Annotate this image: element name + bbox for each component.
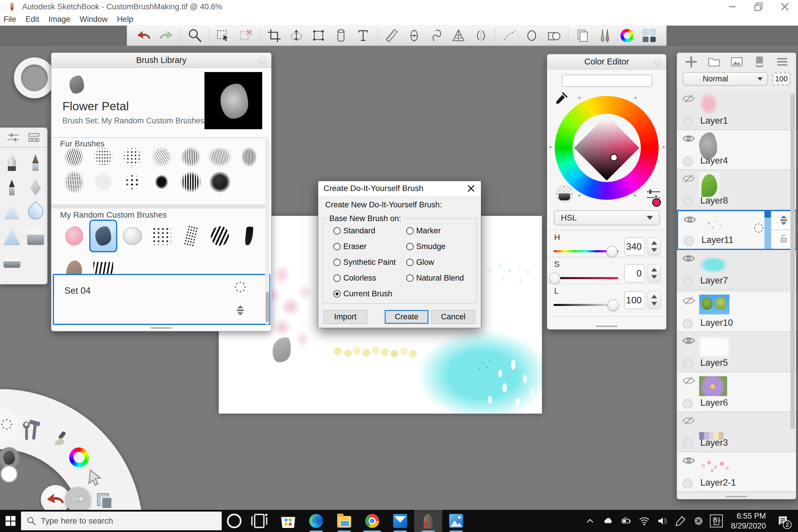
ellipse-icon[interactable] [524, 27, 540, 44]
fur-brush-thumb-tuft[interactable] [241, 147, 257, 167]
tools-icon[interactable] [21, 419, 45, 443]
zoom-icon[interactable] [187, 27, 203, 44]
layer-color-tag[interactable] [683, 359, 693, 369]
brush-set-04[interactable]: Set 04 [53, 274, 270, 325]
color-mode-select[interactable]: HSL [554, 210, 660, 226]
layer-color-tag[interactable] [683, 196, 693, 207]
marker-tool[interactable] [3, 178, 20, 195]
dialog-title-bar[interactable]: Create Do-It-Yourself Brush [318, 181, 481, 196]
crop-icon[interactable] [266, 27, 282, 44]
layer-row-layer8[interactable]: Layer8 [677, 170, 796, 210]
transparent-color-button[interactable] [556, 186, 573, 203]
hue-marker[interactable] [652, 198, 661, 207]
custom-brush-speck[interactable] [177, 220, 205, 252]
taskbar-app-edge[interactable] [302, 510, 330, 532]
layer-color-tag[interactable] [683, 277, 693, 286]
custom-brush-bluepetal-selected[interactable] [89, 220, 117, 252]
redo-button-lagoon[interactable] [65, 487, 91, 512]
reorder-icon[interactable] [777, 214, 790, 228]
layer-color-tag[interactable] [683, 117, 693, 127]
panel-collapse-button[interactable] [654, 58, 662, 65]
taskbar-clock[interactable]: 6:55 PM 8/29/2020 [726, 511, 771, 531]
layer-color-tag[interactable] [683, 439, 693, 449]
layer-color-tag[interactable] [683, 157, 693, 167]
color-wheel-icon[interactable] [619, 27, 635, 44]
taskbar-app-explorer[interactable] [330, 510, 358, 532]
menu-help[interactable]: Help [112, 15, 138, 24]
layer-color-tag[interactable] [683, 479, 693, 489]
paintbrush-tool[interactable] [27, 154, 44, 171]
custom-brush-curl[interactable] [235, 220, 263, 252]
layer-menu-icon[interactable] [776, 55, 789, 69]
saturation-slider[interactable] [554, 277, 618, 279]
layers-scrollbar[interactable] [791, 94, 795, 429]
custom-brush-orb[interactable] [118, 220, 147, 252]
taskbar-app-store[interactable] [274, 510, 302, 532]
layer-card-icon[interactable] [753, 55, 766, 69]
fur-brush-thumb-wisp[interactable] [151, 147, 172, 167]
ruler-icon[interactable] [383, 27, 400, 44]
fur-brush-thumb-darksq[interactable] [155, 175, 168, 189]
symmetry-icon[interactable] [473, 27, 489, 44]
saturation-slider-thumb[interactable] [549, 273, 560, 284]
layer-row-layer4[interactable]: Layer4 [677, 130, 796, 170]
quiet-hours-icon[interactable] [689, 510, 708, 532]
fur-brush-thumb-scratch[interactable] [64, 147, 84, 167]
taskbar-app-sketchbook[interactable] [414, 510, 442, 532]
deselect-icon[interactable] [238, 27, 254, 44]
hue-slider[interactable] [554, 250, 618, 252]
ime-icon[interactable]: 한 [710, 514, 723, 527]
redo-icon[interactable] [158, 27, 174, 44]
add-layer-icon[interactable] [685, 55, 698, 69]
transform-icon[interactable] [288, 27, 304, 44]
color-wheel[interactable] [555, 96, 659, 200]
color-name-input[interactable] [562, 75, 652, 87]
taskbar-app-photos[interactable] [442, 510, 470, 532]
radio-option-smudge[interactable]: Smudge [406, 242, 471, 251]
watercolor-tool[interactable] [25, 201, 46, 223]
ellipse-guide-icon[interactable] [406, 27, 422, 44]
eye-hidden-icon[interactable] [682, 416, 695, 425]
minimize-button[interactable] [719, 0, 745, 14]
eye-hidden-icon[interactable] [682, 296, 695, 305]
eye-hidden-icon[interactable] [682, 94, 695, 103]
volume-icon[interactable] [653, 510, 671, 532]
create-button[interactable]: Create [385, 310, 429, 324]
wifi-icon[interactable] [635, 510, 653, 532]
layer-color-tag[interactable] [683, 399, 693, 408]
color-lagoon-icon[interactable] [69, 448, 89, 467]
radio-option-eraser[interactable]: Eraser [334, 242, 406, 251]
fur-brush-thumb-sparsedots[interactable] [125, 173, 140, 190]
lightness-spinner[interactable] [647, 291, 661, 309]
set-reorder-icon[interactable] [234, 303, 247, 318]
fur-brush-thumb-dots[interactable] [122, 147, 142, 167]
layer-drag-bar[interactable] [764, 211, 771, 249]
dialog-close-button[interactable] [463, 182, 479, 194]
paint-tub-tool[interactable] [27, 228, 44, 245]
layer-color-tag[interactable] [683, 319, 693, 329]
layer-row-layer11[interactable]: Layer11 [677, 210, 796, 250]
cursor-lagoon-icon[interactable] [85, 468, 105, 487]
distort-icon[interactable] [310, 27, 327, 44]
lightness-slider[interactable] [554, 304, 618, 306]
radio-option-glow[interactable]: Glow [406, 258, 471, 267]
fur-brush-thumb-tallstroke[interactable] [64, 170, 84, 194]
eraser-lid-tool[interactable] [3, 256, 20, 268]
radio-option-marker[interactable]: Marker [406, 226, 471, 235]
ink-pen-tool[interactable] [27, 178, 44, 195]
current-color-swatch[interactable] [0, 465, 18, 483]
taskbar-app-mail[interactable] [386, 510, 414, 532]
pen-tool[interactable] [3, 154, 20, 171]
french-curve-icon[interactable] [428, 27, 444, 44]
canvas-lagoon-icon[interactable] [95, 491, 114, 510]
brush-set-icon[interactable] [597, 27, 613, 44]
layer-group-icon[interactable] [707, 55, 721, 69]
layer-opacity-field[interactable]: 100 [772, 72, 791, 86]
radio-option-standard[interactable]: Standard [334, 226, 406, 235]
search-input[interactable]: Type here to search [21, 512, 222, 530]
blend-mode-select[interactable]: Normal [683, 72, 768, 86]
radio-option-current-brush[interactable]: Current Brush [334, 289, 406, 298]
radio-option-natural-blend[interactable]: Natural Blend [406, 273, 471, 283]
panel-resize-handle[interactable] [726, 496, 747, 497]
task-view-button[interactable] [247, 510, 272, 532]
